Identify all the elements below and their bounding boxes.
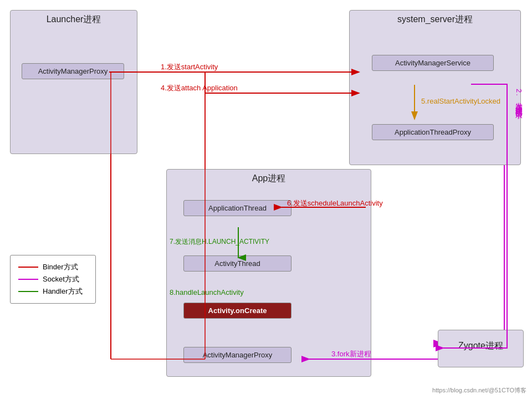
launcher-process: Launcher进程 ActivityManagerProxy xyxy=(10,10,137,154)
step2-label: 2.发送创建进程的请求 xyxy=(514,89,524,332)
step4-label: 4.发送attach Application xyxy=(161,83,238,93)
system-server-process: system_server进程 ActivityManagerService A… xyxy=(349,10,521,165)
legend-socket: Socket方式 xyxy=(18,274,88,284)
step3-label: 3.fork新进程 xyxy=(331,349,371,359)
app-activity-oncreate: Activity.onCreate xyxy=(183,303,291,319)
launcher-process-label: Launcher进程 xyxy=(11,11,137,29)
step5-label: 5.realStartActivityLocked xyxy=(421,97,500,105)
step7-label: 7.发送消息H.LAUNCH_ACTIVITY xyxy=(170,237,269,247)
zygote-process: Zygote进程 xyxy=(438,330,524,367)
legend-box: Binder方式 Socket方式 Handler方式 xyxy=(10,255,96,304)
launcher-amp: ActivityManagerProxy xyxy=(22,63,124,79)
legend-binder-label: Binder方式 xyxy=(43,262,78,272)
zygote-label: Zygote进程 xyxy=(438,337,523,355)
legend-socket-label: Socket方式 xyxy=(43,274,79,284)
app-process-label: App进程 xyxy=(167,170,371,188)
atp-box: ApplicationThreadProxy xyxy=(372,124,494,140)
step1-label: 1.发送startActivity xyxy=(161,62,218,72)
system-server-label: system_server进程 xyxy=(350,11,520,29)
app-activity-thread: ActivityThread xyxy=(183,255,291,272)
legend-handler: Handler方式 xyxy=(18,287,88,296)
legend-binder: Binder方式 xyxy=(18,262,88,272)
step6-label: 6.发送scheduleLaunchActivity xyxy=(287,198,383,208)
app-amp: ActivityManagerProxy xyxy=(183,347,291,363)
app-application-thread: ApplicationThread xyxy=(183,200,291,216)
legend-handler-label: Handler方式 xyxy=(43,287,83,296)
step8-label: 8.handleLaunchActivity xyxy=(170,288,244,296)
watermark: https://blog.csdn.net/@51CTO博客 xyxy=(432,386,526,395)
ams-box: ActivityManagerService xyxy=(372,55,494,71)
diagram-container: Launcher进程 ActivityManagerProxy system_s… xyxy=(0,0,532,399)
